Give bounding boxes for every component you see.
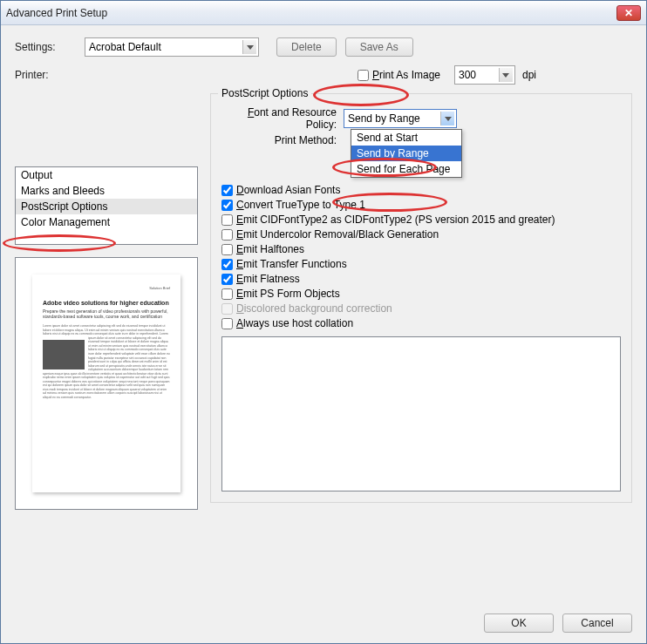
- dpi-value: 300: [459, 69, 476, 81]
- close-icon: ✕: [624, 8, 633, 18]
- preview-page: Solution Brief Adobe video solutions for…: [32, 275, 180, 492]
- option-checkbox: Discolored background correction: [221, 302, 621, 315]
- close-button[interactable]: ✕: [616, 5, 641, 21]
- dropdown-option[interactable]: Send at Start: [351, 130, 461, 146]
- preview-subtitle: Prepare the next generation of video pro…: [43, 308, 170, 319]
- checkbox-label: Emit PS Form Objects: [236, 288, 340, 300]
- checkbox-label: Convert TrueType to Type 1: [236, 199, 365, 211]
- category-list[interactable]: OutputMarks and BleedsPostScript Options…: [15, 166, 198, 245]
- titlebar: Advanced Print Setup ✕: [1, 1, 646, 25]
- settings-label: Settings:: [15, 41, 85, 53]
- checkbox-input[interactable]: [221, 274, 233, 285]
- option-checkbox[interactable]: Emit Flatness: [221, 273, 621, 285]
- sidebar-item[interactable]: Output: [16, 167, 197, 183]
- option-checkbox[interactable]: Always use host collation: [221, 317, 621, 329]
- settings-combo[interactable]: Acrobat Default: [85, 37, 259, 57]
- checkbox-label: Discolored background correction: [236, 302, 392, 315]
- preview-title: Adobe video solutions for higher educati…: [43, 300, 170, 307]
- sidebar-item[interactable]: Marks and Bleeds: [16, 183, 197, 199]
- printer-label: Printer:: [15, 69, 85, 81]
- checkbox-label: Emit Undercolor Removal/Black Generation: [236, 228, 439, 241]
- checkbox-label: Download Asian Fonts: [236, 184, 340, 196]
- window-title: Advanced Print Setup: [6, 7, 616, 19]
- advanced-print-setup-dialog: Advanced Print Setup ✕ Settings: Acrobat…: [0, 0, 647, 644]
- print-as-image-input[interactable]: [358, 70, 369, 81]
- checkbox-input: [221, 303, 233, 315]
- group-label: PostScript Options: [218, 87, 311, 99]
- print-method-label: Print Method:: [221, 134, 344, 146]
- option-checkbox[interactable]: Convert TrueType to Type 1: [221, 199, 621, 211]
- checkbox-input[interactable]: [221, 185, 233, 196]
- sidebar-item[interactable]: PostScript Options: [16, 199, 197, 214]
- settings-value: Acrobat Default: [89, 41, 161, 53]
- checkbox-input[interactable]: [221, 288, 233, 300]
- dpi-combo[interactable]: 300: [454, 65, 515, 85]
- save-as-button[interactable]: Save As: [345, 37, 413, 57]
- option-checkbox[interactable]: Emit Halftones: [221, 243, 621, 255]
- checkbox-input[interactable]: [221, 244, 233, 255]
- print-as-image-label: Print As Image: [372, 69, 440, 81]
- option-checkbox[interactable]: Download Asian Fonts: [221, 184, 621, 196]
- checkbox-input[interactable]: [221, 229, 233, 241]
- option-checkbox[interactable]: Emit Transfer Functions: [221, 258, 621, 270]
- checkbox-input[interactable]: [221, 214, 233, 226]
- font-policy-label: Font and Resource Policy:: [221, 106, 344, 131]
- dpi-label: dpi: [522, 69, 536, 81]
- chevron-down-icon: [242, 40, 256, 54]
- description-box: [221, 336, 621, 491]
- page-preview: Solution Brief Adobe video solutions for…: [15, 257, 198, 510]
- font-policy-combo[interactable]: Send by Range: [344, 109, 457, 128]
- chevron-down-icon: [499, 68, 513, 82]
- checkbox-label: Emit Flatness: [236, 273, 300, 285]
- cancel-button[interactable]: Cancel: [562, 613, 632, 633]
- dropdown-option[interactable]: Send by Range: [351, 146, 461, 161]
- checkbox-input[interactable]: [221, 200, 233, 211]
- sidebar-item[interactable]: Color Management: [16, 214, 197, 230]
- checkbox-label: Always use host collation: [236, 317, 353, 329]
- delete-button[interactable]: Delete: [276, 37, 337, 57]
- checkbox-label: Emit Transfer Functions: [236, 258, 347, 270]
- option-checkbox[interactable]: Emit PS Form Objects: [221, 288, 621, 300]
- postscript-options-group: PostScript Options Font and Resource Pol…: [210, 93, 632, 503]
- checkbox-input[interactable]: [221, 259, 233, 270]
- checkbox-label: Emit Halftones: [236, 243, 304, 255]
- font-policy-value: Send by Range: [348, 112, 420, 125]
- option-checkbox[interactable]: Emit CIDFontType2 as CIDFontType2 (PS ve…: [221, 214, 621, 226]
- option-checkbox[interactable]: Emit Undercolor Removal/Black Generation: [221, 228, 621, 241]
- print-as-image-checkbox[interactable]: Print As Image: [358, 69, 440, 81]
- font-policy-dropdown[interactable]: Send at StartSend by RangeSend for Each …: [351, 129, 462, 178]
- chevron-down-icon: [440, 112, 454, 125]
- dropdown-option[interactable]: Send for Each Page: [351, 161, 461, 177]
- ok-button[interactable]: OK: [484, 613, 554, 633]
- checkbox-label: Emit CIDFontType2 as CIDFontType2 (PS ve…: [236, 214, 555, 226]
- checkbox-input[interactable]: [221, 318, 233, 329]
